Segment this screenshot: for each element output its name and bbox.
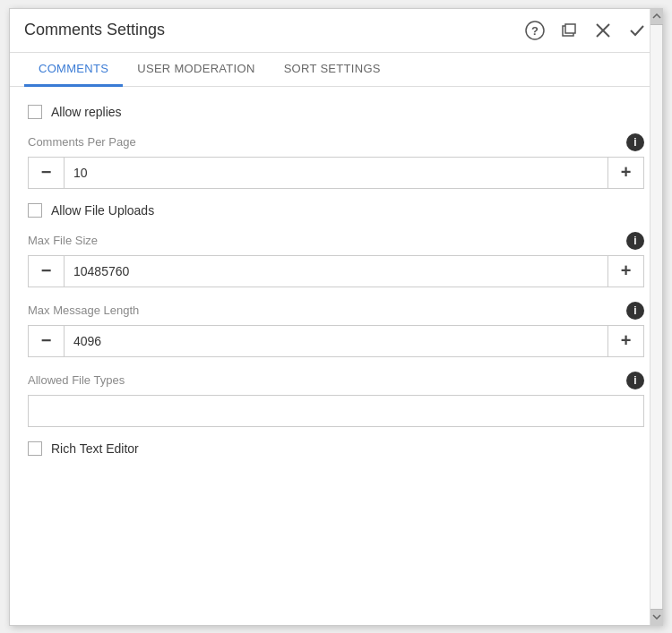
comments-settings-dialog: Comments Settings ? (9, 8, 663, 626)
tabs-bar: COMMENTS USER MODERATION SORT SETTINGS (10, 53, 662, 87)
max-file-size-decrement-button[interactable]: − (29, 256, 65, 287)
scrollbar-up-button[interactable] (650, 9, 663, 25)
close-icon[interactable] (592, 20, 614, 41)
comments-per-page-increment-button[interactable]: + (607, 158, 643, 188)
tab-user-moderation[interactable]: USER MODERATION (123, 53, 269, 87)
allowed-file-types-group: Allowed File Types i (28, 372, 644, 427)
tab-comments[interactable]: COMMENTS (24, 53, 123, 87)
title-bar: Comments Settings ? (10, 9, 662, 53)
max-file-size-header: Max File Size i (28, 232, 644, 250)
max-message-length-input[interactable] (65, 326, 607, 356)
comments-per-page-info-icon[interactable]: i (626, 133, 644, 151)
svg-text:?: ? (531, 24, 538, 38)
content-area: Allow replies Comments Per Page i − + Al… (10, 87, 662, 625)
rich-text-editor-checkbox[interactable] (28, 441, 42, 456)
comments-per-page-label: Comments Per Page (28, 135, 136, 149)
help-icon[interactable]: ? (524, 20, 546, 41)
rich-text-editor-row: Rich Text Editor (28, 441, 644, 456)
allow-replies-label: Allow replies (51, 105, 122, 119)
comments-per-page-decrement-button[interactable]: − (29, 158, 65, 188)
comments-per-page-group: Comments Per Page i − + (28, 133, 644, 189)
allowed-file-types-label: Allowed File Types (28, 373, 125, 387)
scrollbar-track (650, 9, 662, 625)
scrollbar-down-button[interactable] (650, 609, 663, 625)
tab-sort-settings[interactable]: SORT SETTINGS (270, 53, 395, 87)
max-file-size-input[interactable] (65, 256, 607, 287)
allowed-file-types-info-icon[interactable]: i (626, 372, 644, 389)
rich-text-editor-label: Rich Text Editor (51, 441, 139, 456)
title-bar-actions: ? (524, 20, 648, 41)
confirm-icon[interactable] (626, 20, 648, 41)
comments-per-page-input-row: − + (28, 157, 644, 189)
max-message-length-header: Max Message Length i (28, 302, 644, 320)
max-message-length-group: Max Message Length i − + (28, 302, 644, 357)
dialog-title: Comments Settings (24, 21, 165, 39)
max-file-size-group: Max File Size i − + (28, 232, 644, 287)
allow-file-uploads-label: Allow File Uploads (51, 203, 154, 218)
max-message-length-label: Max Message Length (28, 304, 139, 317)
restore-icon[interactable] (558, 20, 580, 41)
allowed-file-types-header: Allowed File Types i (28, 372, 644, 389)
allowed-file-types-input[interactable] (28, 395, 644, 427)
max-message-length-input-row: − + (28, 325, 644, 357)
allow-replies-row: Allow replies (28, 105, 644, 119)
max-file-size-label: Max File Size (28, 234, 98, 247)
max-message-length-decrement-button[interactable]: − (29, 326, 65, 356)
comments-per-page-header: Comments Per Page i (28, 133, 644, 151)
allow-replies-checkbox[interactable] (28, 105, 42, 119)
max-message-length-increment-button[interactable]: + (607, 326, 643, 356)
allow-file-uploads-checkbox[interactable] (28, 203, 42, 218)
max-file-size-info-icon[interactable]: i (626, 232, 644, 250)
max-file-size-input-row: − + (28, 255, 644, 287)
max-message-length-info-icon[interactable]: i (626, 302, 644, 320)
comments-per-page-input[interactable] (65, 158, 607, 188)
max-file-size-increment-button[interactable]: + (607, 256, 643, 287)
svg-rect-3 (565, 24, 575, 33)
allow-file-uploads-row: Allow File Uploads (28, 203, 644, 218)
